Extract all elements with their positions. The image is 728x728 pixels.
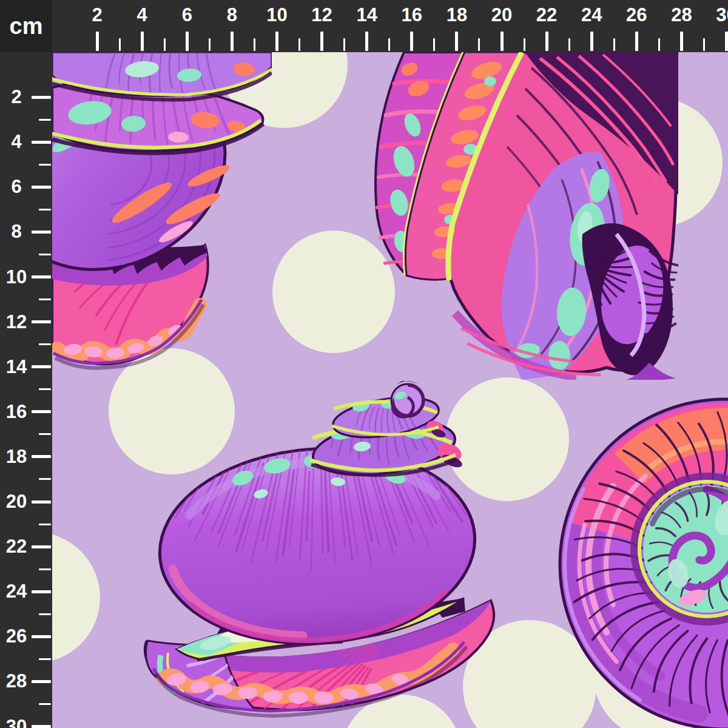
ruler-left-tick <box>39 524 51 525</box>
ruler-top-number: 10 <box>259 5 295 25</box>
ruler-left-tick <box>32 96 51 99</box>
ruler-left-tick <box>32 141 51 144</box>
ruler-left-tick <box>32 455 51 458</box>
ruler-left-tick <box>39 478 51 480</box>
ruler-left-tick <box>32 410 51 413</box>
ruler-top-tick <box>96 32 99 51</box>
ruler-top-number: 4 <box>124 5 160 25</box>
whelk-shell-center <box>124 375 504 728</box>
ruler-left-number: 24 <box>0 580 33 603</box>
ruler-left-number: 4 <box>0 130 33 153</box>
ruler-top-tick <box>320 32 323 51</box>
ruler-left-tick <box>39 433 51 435</box>
ruler-top-tick <box>658 38 660 51</box>
ruler-top: 24681012141618202224262830 <box>0 0 728 52</box>
ruler-top-tick <box>275 32 278 51</box>
ruler-left-tick <box>32 365 51 368</box>
ruler-top-number: 26 <box>618 5 655 25</box>
ruler-top-tick <box>209 38 211 51</box>
ruler-left-tick <box>32 635 51 638</box>
ruler-left-number: 30 <box>0 715 33 728</box>
ruler-top-number: 30 <box>709 5 728 25</box>
ruler-left-tick <box>39 298 51 300</box>
fabric-print <box>0 0 728 728</box>
ruler-left-tick <box>32 275 51 278</box>
ruler-top-number: 12 <box>304 5 340 25</box>
ruler-top-number: 16 <box>394 5 430 25</box>
ruler-top-tick <box>680 32 683 51</box>
ruler-top-number: 24 <box>573 5 610 25</box>
ruler-left-number: 12 <box>0 311 33 334</box>
ruler-left-tick <box>32 590 51 593</box>
ruler-left-number: 28 <box>0 670 33 693</box>
ruler-top-tick <box>254 38 255 51</box>
ruler-left-tick <box>39 568 51 570</box>
fabric-swatch-with-ruler: 24681012141618202224262830 2468101214161… <box>0 0 728 728</box>
ruler-top-number: 8 <box>214 5 250 25</box>
ruler-top-tick <box>410 32 413 51</box>
ruler-top-number: 6 <box>169 5 205 25</box>
ruler-top-tick <box>590 32 593 51</box>
shell-c-spire <box>309 381 463 483</box>
ruler-top-tick <box>164 38 166 51</box>
ruler-left-number: 10 <box>0 266 33 289</box>
ruler-top-number: 20 <box>484 5 520 25</box>
ruler-left-tick <box>39 613 51 615</box>
ruler-top-number: 18 <box>439 5 475 25</box>
ruler-unit-label: cm <box>10 15 43 38</box>
ruler-left-number: 22 <box>0 535 33 558</box>
whelk-shell-top-right <box>346 52 678 380</box>
ruler-top-tick <box>186 32 189 51</box>
ruler-top-tick <box>343 38 345 51</box>
ruler-top-tick <box>141 32 144 51</box>
ruler-left-number: 14 <box>0 356 33 379</box>
ruler-left-tick <box>39 254 51 255</box>
ruler-top-tick <box>231 32 234 51</box>
ruler-top-number: 28 <box>663 5 699 25</box>
ruler-top-tick <box>568 38 570 51</box>
ruler-left-tick <box>32 186 51 189</box>
ruler-left-tick <box>39 119 51 121</box>
ruler-corner: cm <box>0 0 52 52</box>
ruler-top-tick <box>703 38 705 51</box>
ruler-left-tick <box>32 231 51 234</box>
ruler-top-tick <box>545 32 548 51</box>
ruler-left-tick <box>39 388 51 390</box>
ruler-top-tick <box>455 32 458 51</box>
whelk-shell-top-left <box>52 52 272 392</box>
ruler-left-tick <box>32 545 51 548</box>
ruler-left-tick <box>32 725 51 728</box>
ruler-top-tick <box>613 38 615 51</box>
ruler-left-number: 26 <box>0 625 33 648</box>
ruler-top-number: 14 <box>349 5 385 25</box>
ruler-left-number: 18 <box>0 445 33 468</box>
ruler-top-tick <box>298 38 300 51</box>
ruler-top-tick <box>365 32 368 51</box>
ruler-top-number: 2 <box>79 5 115 25</box>
ruler-left-number: 20 <box>0 490 33 513</box>
ruler-left-number: 16 <box>0 400 33 423</box>
spiral-shell-right <box>558 397 728 728</box>
ruler-left-tick <box>39 658 51 660</box>
ruler-left: 24681012141618202224262830 <box>0 0 52 728</box>
ruler-top-tick <box>725 32 728 51</box>
ruler-left-tick <box>39 343 51 345</box>
ruler-left-number: 6 <box>0 175 33 198</box>
ruler-left-tick <box>39 209 51 211</box>
ruler-left-tick <box>32 320 51 323</box>
ruler-top-tick <box>500 32 504 51</box>
ruler-left-tick <box>32 500 51 504</box>
ruler-top-tick <box>119 38 121 51</box>
ruler-top-tick <box>388 38 390 51</box>
ruler-left-tick <box>39 164 51 166</box>
ruler-top-tick <box>433 38 435 51</box>
ruler-left-tick <box>32 680 51 683</box>
ruler-left-tick <box>39 703 51 705</box>
ruler-top-tick <box>524 38 525 51</box>
ruler-top-tick <box>635 32 638 51</box>
ruler-left-number: 2 <box>0 86 33 109</box>
ruler-top-tick <box>478 38 480 51</box>
ruler-left-number: 8 <box>0 220 33 243</box>
ruler-top-number: 22 <box>528 5 565 25</box>
